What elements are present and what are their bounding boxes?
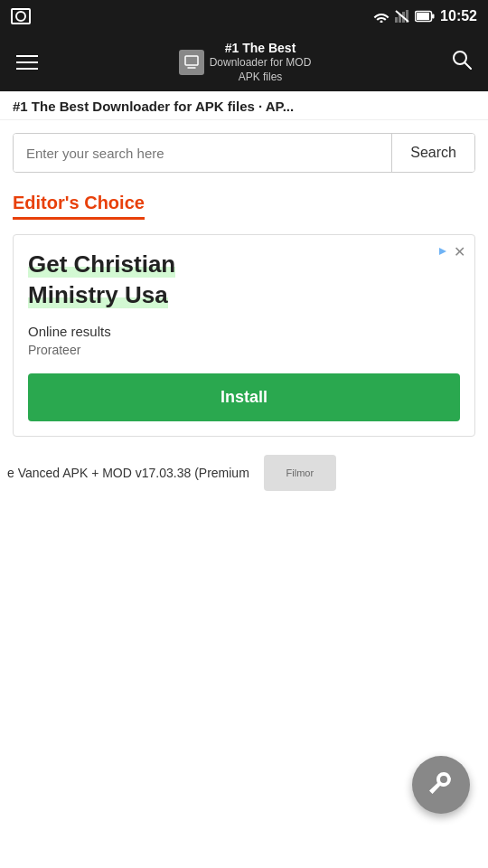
svg-marker-11 bbox=[439, 248, 446, 255]
ad-subtitle: Online results bbox=[28, 324, 460, 339]
svg-line-10 bbox=[465, 62, 471, 69]
bottom-strip-text: e Vanced APK + MOD v17.03.38 (Premium bbox=[7, 466, 249, 480]
photo-icon bbox=[11, 8, 31, 24]
nav-title-line1: #1 The Best bbox=[210, 40, 312, 56]
nav-title-block: #1 The Best Downloader for MOD APK files bbox=[42, 40, 448, 84]
search-button[interactable]: Search bbox=[391, 134, 474, 172]
nav-title-line3: APK files bbox=[210, 71, 312, 85]
status-bar: 10:52 bbox=[0, 0, 488, 33]
svg-rect-0 bbox=[395, 17, 398, 23]
ad-title-line1: Get Christian Ministry Usa bbox=[28, 250, 175, 308]
ad-block: ✕ Get Christian Ministry Usa Online resu… bbox=[13, 234, 475, 437]
wrench-icon bbox=[426, 767, 456, 804]
logo-image bbox=[179, 50, 204, 75]
time-display: 10:52 bbox=[440, 8, 477, 24]
signal-icon bbox=[395, 10, 409, 23]
nav-title-line2: Downloader for MOD bbox=[210, 56, 312, 71]
section-title: Editor's Choice bbox=[13, 193, 145, 220]
nav-search-icon[interactable] bbox=[448, 46, 475, 79]
wifi-icon bbox=[373, 10, 389, 23]
svg-rect-6 bbox=[417, 13, 429, 20]
ad-close-icon[interactable]: ✕ bbox=[454, 245, 465, 259]
ad-install-button[interactable]: Install bbox=[28, 373, 460, 421]
search-input[interactable] bbox=[14, 134, 391, 172]
ad-title-wrap: Get Christian Ministry Usa bbox=[28, 250, 460, 311]
bottom-strip-image: Filmor bbox=[264, 455, 336, 491]
search-bar: Search bbox=[13, 133, 475, 173]
svg-rect-7 bbox=[432, 14, 435, 19]
ad-source: Prorateer bbox=[28, 343, 460, 357]
fab-button[interactable] bbox=[412, 756, 470, 814]
svg-rect-8 bbox=[185, 56, 198, 65]
status-bar-photo-icon bbox=[11, 8, 31, 24]
bottom-strip: e Vanced APK + MOD v17.03.38 (Premium Fi… bbox=[0, 446, 488, 500]
battery-icon bbox=[415, 10, 435, 23]
page-heading: #1 The Best Downloader for APK files · A… bbox=[0, 91, 488, 120]
status-bar-right: 10:52 bbox=[373, 8, 477, 24]
ad-triangle-icon bbox=[437, 244, 448, 260]
menu-icon[interactable] bbox=[13, 52, 42, 73]
ad-top-right: ✕ bbox=[437, 244, 465, 260]
section-header: Editor's Choice bbox=[0, 180, 488, 225]
nav-bar: #1 The Best Downloader for MOD APK files bbox=[0, 33, 488, 91]
